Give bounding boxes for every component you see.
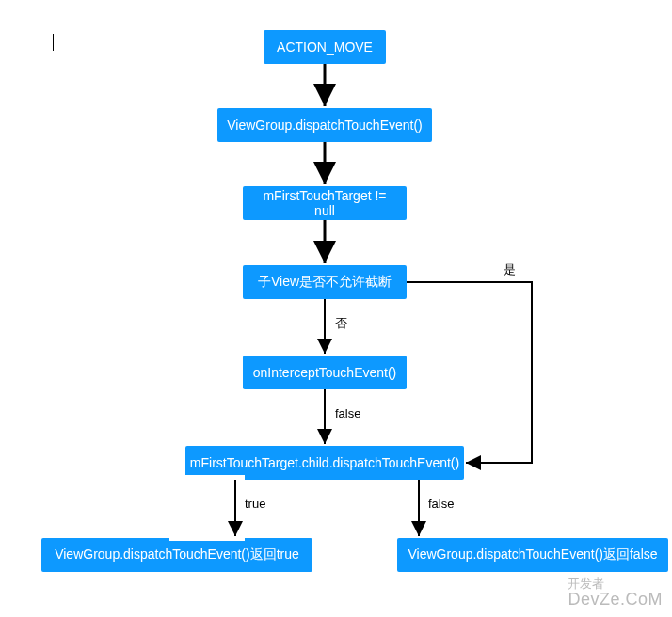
node-return-false: ViewGroup.dispatchTouchEvent()返回false: [397, 538, 668, 572]
text-cursor: [53, 34, 54, 51]
node-first-target-null: mFirstTouchTarget != null: [243, 186, 407, 220]
node-child-allow-intercept: 子View是否不允许截断: [243, 265, 407, 299]
flow-arrows-overlay: [0, 0, 672, 617]
watermark-line2: DevZe.CoM: [568, 591, 663, 609]
watermark-line1: 开发者: [568, 577, 663, 591]
edge-label-yes: 是: [504, 261, 516, 278]
edge-label-false-1: false: [335, 406, 360, 420]
node-dispatch: ViewGroup.dispatchTouchEvent(): [217, 108, 432, 142]
node-return-true: ViewGroup.dispatchTouchEvent()返回true: [41, 538, 312, 572]
watermark: 开发者 DevZe.CoM: [568, 577, 663, 609]
node-child-dispatch: mFirstTouchTarget.child.dispatchTouchEve…: [185, 446, 464, 480]
edge-label-false-2: false: [428, 497, 454, 511]
svg-rect-5: [169, 475, 245, 541]
edge-label-true: true: [245, 497, 265, 511]
flow-arrows: [0, 0, 672, 617]
edge-label-no: 否: [335, 315, 347, 332]
node-on-intercept: onInterceptTouchEvent(): [243, 356, 407, 389]
node-action-move: ACTION_MOVE: [264, 30, 386, 64]
